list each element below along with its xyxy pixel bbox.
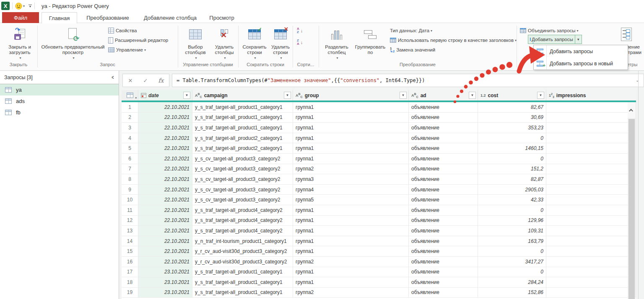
filter-button-ad[interactable]: ▼	[469, 92, 476, 99]
cell-cost[interactable]: 30,69	[478, 113, 546, 123]
cell-impressions[interactable]	[546, 216, 636, 226]
tab-view[interactable]: Просмотр	[202, 12, 242, 23]
cell-campaign[interactable]: y_s_traf_target-all_product1_category1	[192, 123, 293, 133]
cell-ad[interactable]: объявление	[409, 164, 478, 174]
cell-group[interactable]: группа3	[293, 174, 409, 184]
use-first-row-as-headers-button[interactable]: Использовать первую строку в качестве за…	[390, 36, 517, 44]
cell-date[interactable]: 23.10.2021	[138, 267, 192, 277]
cell-group[interactable]: группа1	[293, 113, 409, 123]
table-row[interactable]: 14 22.10.2021 y_n_traf_int-tourism_produ…	[122, 236, 636, 247]
cell-impressions[interactable]	[546, 113, 636, 123]
cell-date[interactable]: 22.10.2021	[138, 164, 192, 174]
filter-button-date[interactable]: ▼	[183, 92, 190, 99]
tab-file[interactable]: Файл	[2, 12, 39, 23]
cell-campaign[interactable]: y_s_cv_target-all_product3_category2	[192, 185, 293, 195]
cell-impressions[interactable]	[546, 174, 636, 184]
cell-ad[interactable]: объявление	[409, 113, 478, 123]
cell-cost[interactable]: 0	[478, 246, 546, 256]
cell-cost[interactable]: 284,24	[478, 277, 546, 287]
group-by-button[interactable]: Группировать по	[352, 24, 388, 61]
cell-date[interactable]: 22.10.2021	[138, 246, 192, 256]
cell-impressions[interactable]	[546, 246, 636, 256]
choose-columns-button[interactable]: Выбор столбцов	[180, 24, 210, 61]
cell-group[interactable]: группа1	[293, 205, 409, 215]
cell-cost[interactable]: 0	[478, 133, 546, 143]
cell-date[interactable]: 22.10.2021	[138, 123, 192, 133]
cell-group[interactable]: группа1	[293, 123, 409, 133]
cell-group[interactable]: группа1	[293, 102, 409, 112]
menu-item-append-queries-as-new[interactable]: + Добавить запросы в новый	[534, 57, 628, 70]
cell-cost[interactable]: 152,86	[478, 288, 546, 298]
cell-group[interactable]: группа1	[293, 143, 409, 153]
cell-date[interactable]: 22.10.2021	[138, 102, 192, 112]
table-row[interactable]: 15 22.10.2021 y_r_cv_aud-visit30d_produc…	[122, 246, 636, 257]
smiley-icon[interactable]	[15, 3, 22, 10]
tab-transform[interactable]: Преобразование	[77, 12, 138, 23]
cell-campaign[interactable]: y_s_traf_target-all_product1_category1	[192, 267, 293, 277]
cell-campaign[interactable]: y_s_traf_target-all_product1_category1	[192, 102, 293, 112]
table-row[interactable]: 18 23.10.2021 y_s_traf_target-all_produc…	[122, 277, 636, 288]
table-row[interactable]: 8 22.10.2021 y_s_cv_target-all_product3_…	[122, 174, 636, 185]
cell-ad[interactable]: объявление	[409, 143, 478, 153]
cell-campaign[interactable]: y_n_traf_int-tourism_product1_category1	[192, 236, 293, 246]
cell-group[interactable]: группа1	[293, 216, 409, 226]
cell-date[interactable]: 23.10.2021	[138, 288, 192, 298]
cell-campaign[interactable]: y_r_cv_aud-visit30d_product3_category2	[192, 257, 293, 267]
cell-campaign[interactable]: y_r_cv_aud-visit30d_product3_category2	[192, 246, 293, 256]
cell-ad[interactable]: объявление	[409, 246, 478, 256]
properties-button[interactable]: Свойства	[108, 26, 137, 35]
cell-campaign[interactable]: y_s_traf_target-all_product4_category2	[192, 216, 293, 226]
cell-campaign[interactable]: y_s_traf_target-all_product2_category1	[192, 143, 293, 153]
data-type-button[interactable]: Тип данных: Дата	[390, 26, 432, 35]
cell-cost[interactable]: 129,96	[478, 216, 546, 226]
cell-cost[interactable]: 109,31	[478, 226, 546, 236]
cell-group[interactable]: группа4	[293, 185, 409, 195]
cell-group[interactable]: группа1	[293, 236, 409, 246]
sidebar-query-item[interactable]: ads	[0, 95, 119, 107]
cell-ad[interactable]: объявление	[409, 226, 478, 236]
cell-cost[interactable]: 42,33	[478, 195, 546, 205]
cell-campaign[interactable]: y_s_traf_target-all_product1_category1	[192, 288, 293, 298]
column-header-ad[interactable]: ABC ad ▼	[409, 90, 478, 101]
remove-columns-button[interactable]: ✕ Удалить столбцы	[211, 24, 238, 61]
cell-impressions[interactable]	[546, 226, 636, 236]
cell-cost[interactable]: 3417,27	[478, 257, 546, 267]
column-header-campaign[interactable]: ABC campaign ▼	[192, 90, 293, 101]
cell-date[interactable]: 22.10.2021	[138, 185, 192, 195]
column-header-impressions[interactable]: 123 impressions	[546, 90, 636, 101]
table-row[interactable]: 19 23.10.2021 y_s_traf_target-all_produc…	[122, 288, 636, 298]
commit-formula-icon[interactable]: ✓	[143, 77, 148, 84]
cell-cost[interactable]: 0	[478, 267, 546, 277]
cell-impressions[interactable]	[546, 257, 636, 267]
close-and-load-button[interactable]: ↷ Закрыть и загрузить	[3, 24, 36, 61]
column-header-group[interactable]: ABC group ▼	[293, 90, 409, 101]
cell-date[interactable]: 22.10.2021	[138, 133, 192, 143]
cell-ad[interactable]: объявление	[409, 133, 478, 143]
table-row[interactable]: 11 22.10.2021 y_s_traf_target-all_produc…	[122, 205, 636, 216]
cell-group[interactable]: группа5	[293, 195, 409, 205]
append-queries-dropdown-caret[interactable]: ▼	[575, 35, 582, 44]
cell-date[interactable]: 22.10.2021	[138, 257, 192, 267]
cell-date[interactable]: 22.10.2021	[138, 216, 192, 226]
quick-access-toolbar-caret[interactable]: ▼	[29, 5, 32, 8]
split-column-button[interactable]: Разделить столбец	[322, 24, 351, 61]
cell-cost[interactable]: 82,87	[478, 174, 546, 184]
advanced-editor-button[interactable]: Расширенный редактор	[108, 36, 168, 44]
append-queries-button[interactable]: Добавить запросы ▼	[528, 35, 582, 44]
cell-impressions[interactable]	[546, 154, 636, 164]
filter-button-campaign[interactable]: ▼	[284, 92, 291, 99]
cell-campaign[interactable]: y_s_traf_target-all_product1_category1	[192, 113, 293, 123]
filter-button-group[interactable]: ▼	[400, 92, 407, 99]
cell-campaign[interactable]: y_s_cv_target-all_product3_category2	[192, 195, 293, 205]
table-row[interactable]: 1 22.10.2021 y_s_traf_target-all_product…	[122, 102, 636, 113]
tab-add-column[interactable]: Добавление столбца	[138, 12, 202, 23]
cell-cost[interactable]: 163,79	[478, 236, 546, 246]
cell-ad[interactable]: объявление	[409, 277, 478, 287]
cell-date[interactable]: 22.10.2021	[138, 236, 192, 246]
cell-date[interactable]: 22.10.2021	[138, 174, 192, 184]
table-row[interactable]: 4 22.10.2021 y_s_traf_target-all_product…	[122, 133, 636, 144]
cell-impressions[interactable]	[546, 277, 636, 287]
cell-campaign[interactable]: y_s_cv_target-all_product3_category2	[192, 154, 293, 164]
table-row[interactable]: 2 22.10.2021 y_s_traf_target-all_product…	[122, 113, 636, 123]
cell-cost[interactable]: 2905,03	[478, 185, 546, 195]
